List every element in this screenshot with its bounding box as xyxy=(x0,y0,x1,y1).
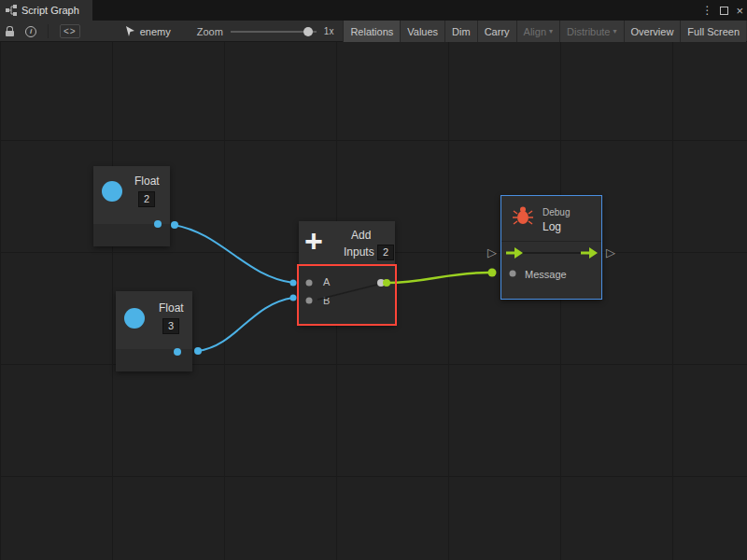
align-dropdown[interactable]: Align ▾ xyxy=(516,21,559,42)
graph-icon xyxy=(6,5,17,16)
toolbar-separator xyxy=(48,24,49,38)
node-category: Debug xyxy=(543,207,570,217)
fullscreen-button[interactable]: Full Screen xyxy=(680,21,746,42)
float2-value-port[interactable] xyxy=(124,308,145,329)
chevron-down-icon: ▾ xyxy=(613,27,617,35)
tab-title: Script Graph xyxy=(21,5,79,16)
overview-button[interactable]: Overview xyxy=(624,21,681,42)
float2-value-field[interactable]: 3 xyxy=(162,318,179,334)
node-float-2[interactable]: Float 3 xyxy=(116,291,192,371)
node-divider xyxy=(501,241,601,242)
flow-relation-line xyxy=(522,252,582,254)
entity-name: enemy xyxy=(140,26,171,37)
port-label-message: Message xyxy=(525,269,567,280)
zoom-slider[interactable] xyxy=(231,21,317,42)
bug-icon xyxy=(513,205,533,226)
flow-input-triangle-icon[interactable]: ▷ xyxy=(487,245,497,259)
add-ports-body xyxy=(299,266,395,325)
entity-indicator[interactable]: enemy xyxy=(125,26,171,37)
code-icon[interactable]: <> xyxy=(54,21,86,42)
carry-button[interactable]: Carry xyxy=(477,21,516,42)
node-float-1[interactable]: Float 2 xyxy=(93,166,170,246)
tab-strip: Script Graph ⋮ × xyxy=(0,0,747,21)
flow-out-arrow-icon[interactable] xyxy=(581,247,598,259)
lock-icon[interactable] xyxy=(0,21,20,42)
flow-in-arrow-icon[interactable] xyxy=(506,247,523,259)
zoom-label: Zoom xyxy=(197,26,223,37)
maximize-icon[interactable] xyxy=(720,7,728,15)
node-title: Log xyxy=(543,220,561,233)
node-footer xyxy=(93,224,170,246)
kebab-menu-icon[interactable]: ⋮ xyxy=(701,4,712,17)
flow-output-triangle-icon[interactable]: ▷ xyxy=(606,245,615,259)
chevron-down-icon: ▾ xyxy=(549,27,553,35)
distribute-dropdown[interactable]: Distribute ▾ xyxy=(559,21,623,42)
inputs-label: Inputs xyxy=(344,245,374,259)
cursor-icon xyxy=(125,26,135,37)
info-icon[interactable]: i xyxy=(20,21,42,42)
values-button[interactable]: Values xyxy=(400,21,444,42)
node-add[interactable]: + Add Inputs 2 A B xyxy=(299,221,395,325)
zoom-slider-knob[interactable] xyxy=(303,27,313,36)
float1-value-port[interactable] xyxy=(102,181,122,202)
node-title: Float xyxy=(134,175,160,188)
plus-icon: + xyxy=(304,223,323,259)
zoom-value: 1x xyxy=(324,26,334,36)
close-icon[interactable]: × xyxy=(736,4,743,18)
port-label-b: B xyxy=(323,295,330,306)
tab-script-graph[interactable]: Script Graph xyxy=(0,0,92,21)
port-label-a: A xyxy=(323,276,330,287)
dim-button[interactable]: Dim xyxy=(444,21,477,42)
node-debug-log[interactable]: Debug Log Message xyxy=(500,195,602,300)
node-title: Float xyxy=(159,301,184,315)
add-inputs-field[interactable]: 2 xyxy=(377,245,394,260)
node-footer xyxy=(116,349,192,371)
float1-value-field[interactable]: 2 xyxy=(138,191,155,207)
relations-button[interactable]: Relations xyxy=(343,21,400,42)
graph-toolbar: i <> enemy Zoom 1x Relations Values Dim … xyxy=(0,21,747,42)
node-title: Add xyxy=(351,229,371,242)
